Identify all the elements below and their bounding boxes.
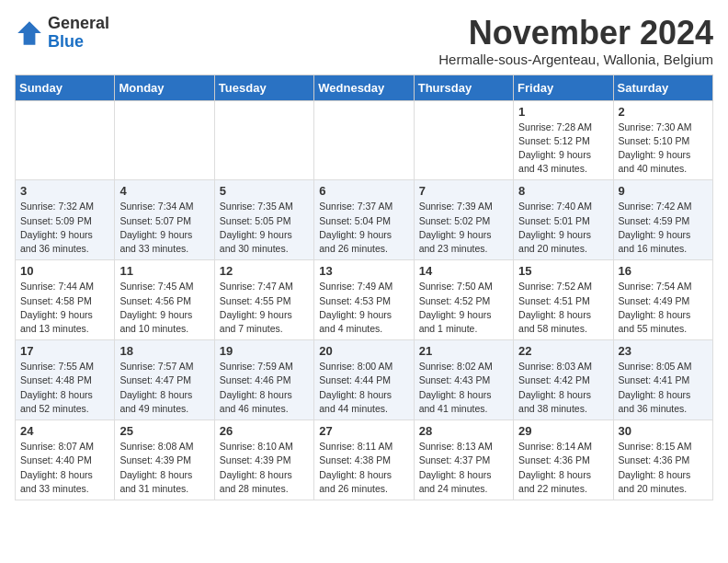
title-block: November 2024 Hermalle-sous-Argenteau, W… [438, 15, 713, 67]
logo-text: General Blue [48, 15, 109, 52]
weekday-header-monday: Monday [115, 75, 214, 100]
day-number: 21 [419, 344, 508, 358]
calendar-cell: 13Sunrise: 7:49 AM Sunset: 4:53 PM Dayli… [314, 260, 414, 340]
day-number: 28 [419, 424, 508, 438]
logo-general: General [48, 15, 109, 33]
day-info: Sunrise: 8:00 AM Sunset: 4:44 PM Dayligh… [319, 360, 408, 416]
day-info: Sunrise: 7:32 AM Sunset: 5:09 PM Dayligh… [20, 200, 109, 256]
weekday-header-friday: Friday [514, 75, 613, 100]
day-number: 11 [119, 264, 209, 278]
day-number: 12 [220, 264, 309, 278]
day-info: Sunrise: 7:54 AM Sunset: 4:49 PM Dayligh… [619, 280, 708, 336]
calendar-week-2: 3Sunrise: 7:32 AM Sunset: 5:09 PM Daylig… [16, 180, 713, 260]
calendar-cell: 15Sunrise: 7:52 AM Sunset: 4:51 PM Dayli… [514, 260, 613, 340]
calendar-cell: 7Sunrise: 7:39 AM Sunset: 5:02 PM Daylig… [414, 180, 513, 260]
day-info: Sunrise: 8:07 AM Sunset: 4:40 PM Dayligh… [20, 440, 109, 496]
calendar-cell: 3Sunrise: 7:32 AM Sunset: 5:09 PM Daylig… [16, 180, 115, 260]
calendar-cell: 5Sunrise: 7:35 AM Sunset: 5:05 PM Daylig… [214, 180, 313, 260]
day-number: 9 [619, 184, 708, 198]
day-info: Sunrise: 7:44 AM Sunset: 4:58 PM Dayligh… [20, 280, 109, 336]
weekday-header-wednesday: Wednesday [314, 75, 414, 100]
day-info: Sunrise: 8:05 AM Sunset: 4:41 PM Dayligh… [619, 360, 708, 416]
day-number: 3 [20, 184, 109, 198]
day-info: Sunrise: 8:13 AM Sunset: 4:37 PM Dayligh… [419, 440, 508, 496]
header: General Blue November 2024 Hermalle-sous… [15, 15, 713, 67]
day-info: Sunrise: 7:34 AM Sunset: 5:07 PM Dayligh… [119, 200, 209, 256]
calendar-table: SundayMondayTuesdayWednesdayThursdayFrid… [15, 75, 713, 500]
calendar-cell [16, 100, 115, 180]
day-info: Sunrise: 8:14 AM Sunset: 4:36 PM Dayligh… [518, 440, 608, 496]
day-number: 27 [319, 424, 408, 438]
day-info: Sunrise: 8:03 AM Sunset: 4:42 PM Dayligh… [518, 360, 608, 416]
calendar-cell: 1Sunrise: 7:28 AM Sunset: 5:12 PM Daylig… [514, 100, 613, 180]
day-number: 8 [518, 184, 608, 198]
calendar-week-5: 24Sunrise: 8:07 AM Sunset: 4:40 PM Dayli… [16, 420, 713, 500]
day-number: 16 [619, 264, 708, 278]
day-number: 19 [220, 344, 309, 358]
day-number: 10 [20, 264, 109, 278]
day-info: Sunrise: 7:42 AM Sunset: 4:59 PM Dayligh… [619, 200, 708, 256]
calendar-cell: 30Sunrise: 8:15 AM Sunset: 4:36 PM Dayli… [613, 420, 712, 500]
calendar-cell: 22Sunrise: 8:03 AM Sunset: 4:42 PM Dayli… [514, 340, 613, 420]
calendar-cell: 17Sunrise: 7:55 AM Sunset: 4:48 PM Dayli… [16, 340, 115, 420]
day-info: Sunrise: 7:35 AM Sunset: 5:05 PM Dayligh… [220, 200, 309, 256]
calendar-cell: 29Sunrise: 8:14 AM Sunset: 4:36 PM Dayli… [514, 420, 613, 500]
svg-marker-0 [17, 21, 41, 45]
calendar-cell: 18Sunrise: 7:57 AM Sunset: 4:47 PM Dayli… [115, 340, 214, 420]
calendar-cell: 14Sunrise: 7:50 AM Sunset: 4:52 PM Dayli… [414, 260, 513, 340]
subtitle: Hermalle-sous-Argenteau, Wallonia, Belgi… [438, 52, 713, 67]
calendar-cell: 19Sunrise: 7:59 AM Sunset: 4:46 PM Dayli… [214, 340, 313, 420]
day-number: 14 [419, 264, 508, 278]
day-number: 6 [319, 184, 408, 198]
calendar-cell [414, 100, 513, 180]
calendar-cell: 4Sunrise: 7:34 AM Sunset: 5:07 PM Daylig… [115, 180, 214, 260]
day-info: Sunrise: 7:40 AM Sunset: 5:01 PM Dayligh… [518, 200, 608, 256]
logo-icon [15, 18, 44, 48]
day-info: Sunrise: 7:37 AM Sunset: 5:04 PM Dayligh… [319, 200, 408, 256]
calendar-cell: 26Sunrise: 8:10 AM Sunset: 4:39 PM Dayli… [214, 420, 313, 500]
day-info: Sunrise: 7:52 AM Sunset: 4:51 PM Dayligh… [518, 280, 608, 336]
month-title: November 2024 [438, 15, 713, 52]
day-info: Sunrise: 7:45 AM Sunset: 4:56 PM Dayligh… [119, 280, 209, 336]
day-info: Sunrise: 7:30 AM Sunset: 5:10 PM Dayligh… [619, 121, 708, 177]
day-info: Sunrise: 8:10 AM Sunset: 4:39 PM Dayligh… [220, 440, 309, 496]
calendar-cell: 20Sunrise: 8:00 AM Sunset: 4:44 PM Dayli… [314, 340, 414, 420]
day-info: Sunrise: 7:39 AM Sunset: 5:02 PM Dayligh… [419, 200, 508, 256]
day-info: Sunrise: 7:49 AM Sunset: 4:53 PM Dayligh… [319, 280, 408, 336]
day-number: 2 [619, 105, 708, 119]
day-number: 1 [518, 105, 608, 119]
day-info: Sunrise: 8:11 AM Sunset: 4:38 PM Dayligh… [319, 440, 408, 496]
day-info: Sunrise: 8:02 AM Sunset: 4:43 PM Dayligh… [419, 360, 508, 416]
day-info: Sunrise: 8:08 AM Sunset: 4:39 PM Dayligh… [119, 440, 209, 496]
day-info: Sunrise: 7:55 AM Sunset: 4:48 PM Dayligh… [20, 360, 109, 416]
calendar-header-row: SundayMondayTuesdayWednesdayThursdayFrid… [16, 75, 713, 100]
day-info: Sunrise: 7:50 AM Sunset: 4:52 PM Dayligh… [419, 280, 508, 336]
calendar-cell [314, 100, 414, 180]
day-number: 13 [319, 264, 408, 278]
day-info: Sunrise: 8:15 AM Sunset: 4:36 PM Dayligh… [619, 440, 708, 496]
calendar-cell [214, 100, 313, 180]
calendar-cell: 21Sunrise: 8:02 AM Sunset: 4:43 PM Dayli… [414, 340, 513, 420]
calendar-cell: 27Sunrise: 8:11 AM Sunset: 4:38 PM Dayli… [314, 420, 414, 500]
day-number: 4 [119, 184, 209, 198]
day-info: Sunrise: 7:28 AM Sunset: 5:12 PM Dayligh… [518, 121, 608, 177]
calendar-week-1: 1Sunrise: 7:28 AM Sunset: 5:12 PM Daylig… [16, 100, 713, 180]
day-number: 22 [518, 344, 608, 358]
day-info: Sunrise: 7:57 AM Sunset: 4:47 PM Dayligh… [119, 360, 209, 416]
calendar-cell: 11Sunrise: 7:45 AM Sunset: 4:56 PM Dayli… [115, 260, 214, 340]
weekday-header-tuesday: Tuesday [214, 75, 313, 100]
day-number: 18 [119, 344, 209, 358]
calendar-week-3: 10Sunrise: 7:44 AM Sunset: 4:58 PM Dayli… [16, 260, 713, 340]
day-number: 30 [619, 424, 708, 438]
calendar-cell: 6Sunrise: 7:37 AM Sunset: 5:04 PM Daylig… [314, 180, 414, 260]
day-number: 25 [119, 424, 209, 438]
weekday-header-thursday: Thursday [414, 75, 513, 100]
calendar-cell: 24Sunrise: 8:07 AM Sunset: 4:40 PM Dayli… [16, 420, 115, 500]
calendar-week-4: 17Sunrise: 7:55 AM Sunset: 4:48 PM Dayli… [16, 340, 713, 420]
calendar-cell: 2Sunrise: 7:30 AM Sunset: 5:10 PM Daylig… [613, 100, 712, 180]
day-number: 20 [319, 344, 408, 358]
weekday-header-sunday: Sunday [16, 75, 115, 100]
calendar-cell: 23Sunrise: 8:05 AM Sunset: 4:41 PM Dayli… [613, 340, 712, 420]
day-number: 29 [518, 424, 608, 438]
logo: General Blue [15, 15, 109, 52]
